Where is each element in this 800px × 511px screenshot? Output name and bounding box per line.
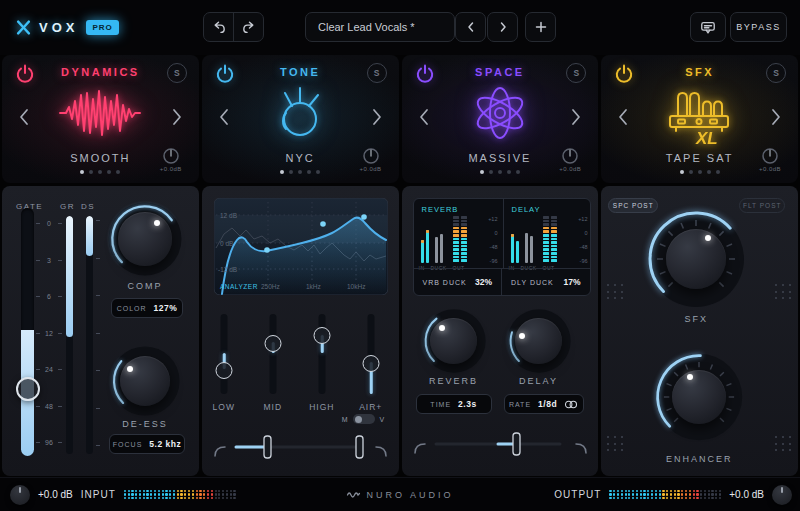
analyzer-toggle[interactable]: ANALYZER (220, 283, 258, 290)
filter-range-slider[interactable] (212, 429, 389, 463)
knob-indicator-dot (705, 235, 711, 241)
sfx-knob[interactable] (646, 209, 746, 309)
reverb-duck-meter (435, 221, 443, 263)
wet-dry-slider[interactable] (412, 426, 589, 460)
meter-column (169, 490, 171, 500)
undo-icon (211, 19, 227, 35)
page-dot[interactable] (316, 170, 320, 174)
dly-duck-readout[interactable]: DLY DUCK 17% (501, 269, 590, 295)
rate-field[interactable]: RATE 1/8d (504, 394, 584, 414)
meter-column (215, 490, 217, 500)
plus-icon (535, 21, 547, 33)
redo-button[interactable] (234, 13, 263, 41)
preset-next-button[interactable] (487, 12, 518, 42)
output-gain-knob[interactable] (772, 485, 792, 505)
led-segment (461, 220, 467, 223)
page-dot[interactable] (289, 170, 293, 174)
page-dot[interactable] (107, 170, 111, 174)
toggle-pill[interactable] (353, 414, 375, 424)
led-segment (543, 230, 549, 233)
slider-handle[interactable] (513, 433, 520, 455)
in-bar (511, 221, 514, 263)
reverb-out-meter (453, 216, 467, 262)
led-segment (453, 252, 459, 255)
page-dot[interactable] (680, 170, 684, 174)
page-dot[interactable] (298, 170, 302, 174)
air-label: AIR+ (349, 402, 393, 412)
led-segment (551, 238, 557, 241)
preset-prev-button[interactable] (455, 12, 486, 42)
time-field[interactable]: TIME 2.3s (416, 394, 492, 414)
meter-column (609, 490, 611, 500)
page-dot[interactable] (89, 170, 93, 174)
input-gain-knob[interactable] (10, 485, 30, 505)
reverb-knob[interactable] (421, 308, 487, 374)
time-field-value: 2.3s (458, 399, 477, 409)
add-preset-button[interactable] (525, 12, 556, 42)
eq-node (361, 214, 367, 220)
y-tick: -12 dB (218, 266, 237, 273)
vrb-duck-readout[interactable]: VRB DUCK 32% (414, 269, 502, 295)
mid-fader[interactable] (265, 314, 282, 394)
page-dot[interactable] (80, 170, 84, 174)
deess-knob[interactable] (109, 345, 181, 417)
highpass-handle[interactable] (264, 436, 271, 458)
page-dot[interactable] (280, 170, 284, 174)
module-gain-knob[interactable]: +0.0dB (351, 147, 391, 172)
meter-column (640, 490, 642, 500)
page-dot[interactable] (307, 170, 311, 174)
page-dot[interactable] (498, 170, 502, 174)
high-fader[interactable] (314, 314, 331, 394)
fader-handle[interactable] (216, 362, 233, 379)
page-dot[interactable] (689, 170, 693, 174)
scale-tick: 6 (36, 293, 62, 300)
low-fader[interactable] (216, 314, 233, 394)
music-vocal-toggle[interactable]: M V (342, 414, 385, 424)
out-led-bar (543, 216, 549, 262)
fader-handle[interactable] (265, 335, 282, 352)
bypass-button[interactable]: BYPASS (730, 12, 787, 42)
duck-bar (525, 221, 528, 263)
vrb-duck-label: VRB DUCK (423, 279, 467, 286)
in-bar-fill (421, 240, 424, 263)
enhancer-knob[interactable] (654, 352, 744, 442)
page-dot[interactable] (707, 170, 711, 174)
page-dot[interactable] (480, 170, 484, 174)
page-dot[interactable] (489, 170, 493, 174)
module-gain-knob[interactable]: +0.0dB (750, 147, 790, 172)
page-dot[interactable] (716, 170, 720, 174)
led-segment (461, 245, 467, 248)
page-dot[interactable] (507, 170, 511, 174)
fader-handle[interactable] (314, 327, 331, 344)
meter-column (696, 490, 698, 500)
output-label: OUTPUT (554, 489, 601, 500)
preset-name-field[interactable]: Clear Lead Vocals * (305, 12, 455, 42)
page-dot[interactable] (698, 170, 702, 174)
lowpass-handle[interactable] (356, 436, 363, 458)
module-gain-knob[interactable]: +0.0dB (151, 147, 191, 172)
gate-slider[interactable] (21, 208, 34, 456)
led-segment (551, 227, 557, 230)
feedback-button[interactable] (690, 12, 726, 42)
slope-right-icon (576, 444, 586, 453)
page-dot[interactable] (116, 170, 120, 174)
page-dot[interactable] (516, 170, 520, 174)
delay-knob[interactable] (506, 308, 572, 374)
delay-meter-section: DELAY +120-48-96 INDUCKOUT (503, 199, 592, 269)
page-dot[interactable] (98, 170, 102, 174)
duck-bar-fill (530, 236, 533, 263)
comp-knob[interactable] (107, 201, 183, 277)
ping-pong-icon[interactable] (564, 400, 578, 409)
led-segment (453, 245, 459, 248)
input-section: +0.0 dB INPUT (10, 478, 236, 511)
led-segment (453, 248, 459, 251)
focus-field[interactable]: FOCUS 5.2 khz (109, 434, 185, 454)
eq-display[interactable]: 12 dB 0 dB -12 dB ANALYZER 250Hz 1kHz 10… (214, 198, 388, 299)
fader-handle[interactable] (363, 355, 380, 372)
module-gain-knob[interactable]: +0.0dB (550, 147, 590, 172)
led-segment (551, 259, 557, 262)
air-fader[interactable] (363, 314, 380, 394)
color-field[interactable]: COLOR 127% (111, 298, 183, 318)
undo-button[interactable] (204, 13, 234, 41)
led-segment (453, 230, 459, 233)
